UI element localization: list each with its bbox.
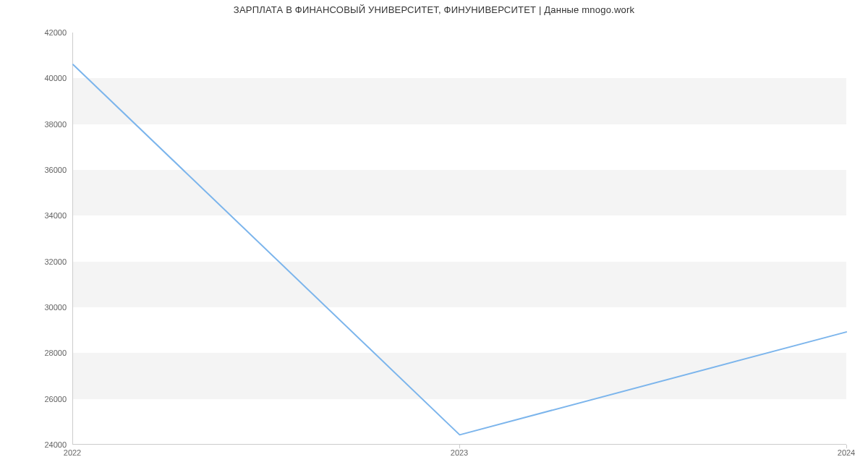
y-axis-tick-label: 30000 [9, 303, 67, 312]
x-axis-tick-label: 2022 [64, 448, 81, 457]
y-axis-tick-label: 32000 [9, 257, 67, 266]
x-axis-tick-label: 2024 [838, 448, 855, 457]
series-line [73, 64, 846, 435]
y-axis-tick-label: 36000 [9, 166, 67, 174]
series-layer [73, 33, 846, 444]
x-axis-tick [846, 445, 847, 448]
y-axis-tick-label: 24000 [9, 440, 67, 449]
y-axis-tick-label: 26000 [9, 395, 67, 403]
y-axis-tick-label: 40000 [9, 74, 67, 82]
x-axis-tick [459, 445, 460, 448]
y-axis-tick-label: 34000 [9, 211, 67, 220]
y-axis-tick-label: 28000 [9, 349, 67, 357]
x-axis-tick-label: 2023 [451, 448, 468, 457]
chart-title: ЗАРПЛАТА В ФИНАНСОВЫЙ УНИВЕРСИТЕТ, ФИНУН… [0, 4, 868, 15]
y-axis-tick-label: 38000 [9, 120, 67, 129]
y-axis-tick-label: 42000 [9, 28, 67, 37]
plot-area [72, 33, 846, 445]
line-chart: ЗАРПЛАТА В ФИНАНСОВЫЙ УНИВЕРСИТЕТ, ФИНУН… [0, 0, 868, 470]
